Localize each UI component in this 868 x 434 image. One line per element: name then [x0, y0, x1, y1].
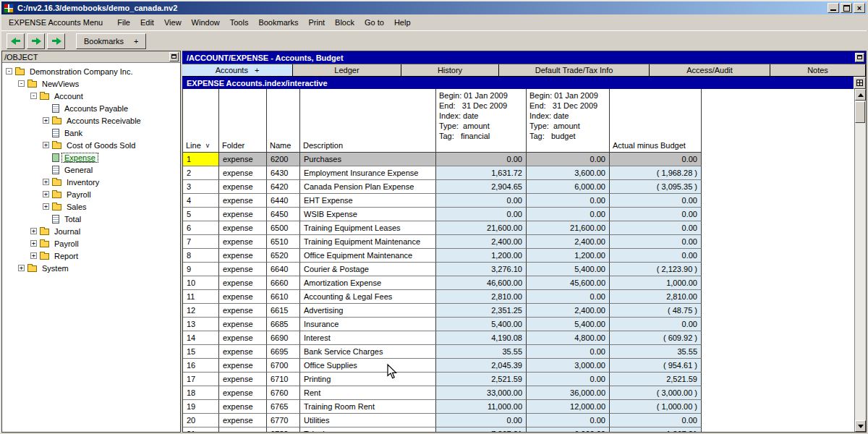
cell-line[interactable]: 5	[183, 208, 219, 221]
menu-item-edit[interactable]: Edit	[135, 16, 159, 29]
tab-notes[interactable]: Notes	[770, 64, 866, 77]
tree-item-accounts-receivable[interactable]: + Accounts Receivable	[2, 114, 180, 127]
cell-budget[interactable]: 5,400.00	[527, 263, 610, 276]
tree-item-system[interactable]: + System	[2, 262, 180, 274]
cell-actual-minus-budget[interactable]: 0.00	[610, 235, 702, 249]
tree-item-label[interactable]: Accounts Payable	[62, 104, 130, 113]
cell-name[interactable]: 6640	[267, 263, 300, 276]
collapse-icon[interactable]: -	[18, 80, 25, 87]
cell-actual[interactable]: 3,276.10	[436, 263, 527, 276]
cell-description[interactable]: Courier & Postage	[300, 263, 436, 276]
cell-folder[interactable]: expense	[219, 345, 267, 359]
tree-item-demonstration-company-inc[interactable]: - Demonstration Company Inc.	[2, 65, 180, 77]
cell-budget[interactable]: 0.00	[527, 373, 610, 386]
cell-line[interactable]: 15	[183, 345, 219, 359]
table-row[interactable]: 19 expense 6765 Training Room Rent 11,00…	[183, 400, 702, 414]
cell-description[interactable]: Training Room Rent	[300, 400, 436, 414]
col-header-line[interactable]: Line v	[183, 89, 219, 153]
expand-icon[interactable]: +	[43, 142, 49, 148]
cell-description[interactable]: Advertising	[300, 304, 436, 318]
table-row[interactable]: 18 expense 6760 Rent 33,000.00 36,000.00…	[183, 386, 702, 400]
cell-folder[interactable]: expense	[219, 290, 267, 304]
cell-description[interactable]: Purchases	[300, 153, 436, 166]
cell-line[interactable]: 3	[183, 180, 219, 194]
menu-item-tools[interactable]: Tools	[225, 16, 254, 29]
col-header-name[interactable]: Name	[267, 89, 300, 153]
tree-item-label[interactable]: Account	[52, 92, 85, 101]
content-window-button[interactable]	[855, 53, 864, 62]
menu-item-file[interactable]: File	[112, 16, 135, 29]
menu-item-bookmarks[interactable]: Bookmarks	[253, 16, 303, 29]
forward-button[interactable]	[27, 33, 45, 49]
cell-budget[interactable]: 6,000.00	[527, 180, 610, 194]
cell-budget[interactable]: 0.00	[527, 414, 610, 427]
cell-folder[interactable]: expense	[219, 400, 267, 414]
cell-budget[interactable]: 3,600.00	[527, 166, 610, 180]
cell-actual[interactable]: 0.00	[436, 208, 527, 221]
cell-folder[interactable]: expense	[219, 166, 267, 180]
tree-item-inventory[interactable]: + Inventory	[2, 176, 180, 188]
col-header-actual-minus-budget[interactable]: Actual minus Budget	[610, 89, 702, 153]
cell-name[interactable]: 6770	[267, 414, 300, 427]
cell-actual[interactable]: 2,810.00	[436, 290, 527, 304]
cell-folder[interactable]: expense	[219, 427, 267, 432]
tree-item-label[interactable]: Accounts Receivable	[64, 116, 143, 125]
cell-folder[interactable]: expense	[219, 208, 267, 221]
menu-item-print[interactable]: Print	[303, 16, 330, 29]
tab-default-trade-tax-info[interactable]: Default Trade/Tax Info	[499, 64, 650, 77]
cell-actual-minus-budget[interactable]: ( 1,000.00 )	[610, 400, 702, 414]
tab-history[interactable]: History	[401, 64, 499, 77]
cell-actual-minus-budget[interactable]: 0.00	[610, 208, 702, 221]
cell-line[interactable]: 6	[183, 221, 219, 235]
tree-item-label[interactable]: Bank	[62, 129, 85, 137]
expand-icon[interactable]: +	[43, 179, 49, 185]
col-header-budget[interactable]: Begin: 01 Jan 2009 End: 31 Dec 2009 Inde…	[527, 89, 610, 153]
cell-budget[interactable]: 2,400.00	[527, 304, 610, 318]
tree-item-label[interactable]: NewViews	[40, 80, 81, 88]
menu-item-help[interactable]: Help	[389, 16, 416, 29]
collapse-icon[interactable]: -	[6, 68, 12, 75]
expand-icon[interactable]: +	[18, 265, 25, 271]
cell-line[interactable]: 12	[183, 304, 219, 318]
minimize-button[interactable]	[827, 3, 839, 13]
tree-item-report[interactable]: + Report	[2, 250, 180, 262]
col-header-folder[interactable]: Folder	[219, 89, 267, 153]
menu-item-block[interactable]: Block	[330, 16, 359, 29]
cell-folder[interactable]: expense	[219, 153, 267, 166]
cell-line[interactable]: 2	[183, 166, 219, 180]
tree-item-accounts-payable[interactable]: Accounts Payable	[2, 102, 180, 114]
scroll-track[interactable]	[855, 101, 866, 420]
cell-actual[interactable]: 0.00	[436, 414, 527, 427]
table-row[interactable]: 15 expense 6695 Bank Service Charges 35.…	[183, 345, 702, 359]
cell-line[interactable]: 20	[183, 414, 219, 427]
cell-folder[interactable]: expense	[219, 180, 267, 194]
tree-item-bank[interactable]: Bank	[2, 127, 180, 139]
cell-budget[interactable]: 45,600.00	[527, 276, 610, 290]
tab-access-audit[interactable]: Access/Audit	[650, 64, 770, 77]
cell-actual[interactable]: 1,631.72	[436, 166, 527, 180]
menu-item-expense-accounts-menu[interactable]: EXPENSE Accounts Menu	[4, 16, 108, 29]
tree-item-sales[interactable]: + Sales	[2, 200, 180, 213]
cell-name[interactable]: 6780	[267, 427, 300, 432]
cell-actual[interactable]: 11,000.00	[436, 400, 527, 414]
cell-description[interactable]: Amortization Expense	[300, 276, 436, 290]
cell-line[interactable]: 14	[183, 331, 219, 345]
cell-actual[interactable]: 7,367.21	[436, 427, 527, 432]
cell-folder[interactable]: expense	[219, 386, 267, 400]
menu-item-window[interactable]: Window	[187, 16, 225, 29]
expand-icon[interactable]: +	[43, 117, 49, 124]
cell-line[interactable]: 17	[183, 373, 219, 386]
tree-item-cost-of-goods-sold[interactable]: + Cost of Goods Sold	[2, 139, 180, 151]
tree-item-label[interactable]: Inventory	[64, 178, 101, 187]
cell-description[interactable]: Office Equipment Maintenance	[300, 249, 436, 263]
cell-line[interactable]: 21	[183, 427, 219, 432]
cell-actual-minus-budget[interactable]: 0.00	[610, 194, 702, 208]
cell-name[interactable]: 6520	[267, 249, 300, 263]
cell-description[interactable]: Bank Service Charges	[300, 345, 436, 359]
cell-folder[interactable]: expense	[219, 249, 267, 263]
tree-item-label[interactable]: Sales	[64, 203, 89, 211]
cell-description[interactable]: Telephone	[300, 427, 436, 432]
cell-name[interactable]: 6615	[267, 304, 300, 318]
cell-actual[interactable]: 2,521.59	[436, 373, 527, 386]
cell-name[interactable]: 6660	[267, 276, 300, 290]
